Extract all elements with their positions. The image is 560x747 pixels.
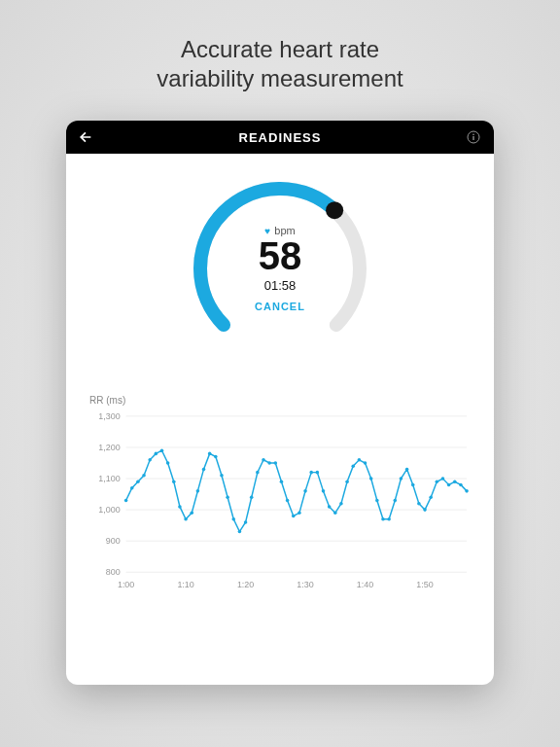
svg-point-25 [130,486,134,490]
svg-point-41 [226,496,229,500]
svg-point-28 [148,458,152,462]
chart-y-axis-label: RR (ms) [89,395,472,406]
svg-point-73 [417,502,421,506]
svg-text:1,300: 1,300 [98,411,120,421]
svg-point-63 [358,458,362,462]
svg-point-44 [244,520,248,524]
app-header: READINESS [66,121,494,154]
svg-point-26 [136,480,140,483]
svg-point-59 [333,512,337,516]
svg-point-47 [262,458,265,462]
svg-point-58 [328,505,332,509]
cancel-button[interactable]: CANCEL [255,301,305,312]
svg-text:1:30: 1:30 [297,580,313,589]
svg-point-33 [178,505,182,509]
page-title: READINESS [239,130,322,145]
svg-point-51 [286,499,290,503]
svg-text:1:20: 1:20 [237,580,254,589]
svg-text:1,200: 1,200 [98,443,120,452]
svg-point-67 [381,517,385,521]
svg-point-46 [256,471,260,475]
svg-point-61 [345,480,349,483]
svg-text:1,000: 1,000 [98,505,120,515]
progress-gauge: ♥ bpm 58 01:58 CANCEL [183,171,377,366]
svg-point-53 [298,512,301,516]
svg-point-35 [190,512,193,516]
bpm-value: 58 [259,234,302,278]
svg-point-31 [166,461,170,465]
svg-point-52 [292,515,296,518]
gauge-center: ♥ bpm 58 01:58 CANCEL [183,171,377,366]
svg-point-42 [231,517,235,521]
svg-point-50 [280,480,284,483]
svg-point-30 [160,448,164,452]
svg-point-81 [465,489,469,493]
promo-line1: Accurate heart rate [181,36,379,62]
svg-point-36 [196,489,200,493]
svg-text:1:00: 1:00 [118,580,134,589]
svg-point-27 [142,474,146,478]
svg-point-77 [441,477,445,480]
svg-point-37 [202,468,206,472]
promo-line2: variability measurement [157,65,402,91]
svg-rect-2 [472,136,473,140]
svg-text:1:10: 1:10 [177,580,193,589]
gauge-area: ♥ bpm 58 01:58 CANCEL [66,154,494,366]
chart-area: RR (ms) 8009001,0001,1001,2001,3001:001:… [66,366,494,685]
promo-title: Accurate heart rate variability measurem… [157,35,402,93]
svg-point-39 [214,455,218,459]
svg-point-78 [447,483,451,487]
back-button[interactable] [78,128,95,146]
svg-point-70 [400,477,403,480]
svg-point-32 [172,480,176,483]
svg-point-55 [309,471,313,475]
svg-point-34 [184,517,188,521]
svg-point-24 [124,499,128,503]
svg-point-69 [393,499,397,503]
svg-text:900: 900 [106,536,121,546]
info-button[interactable] [465,128,482,146]
svg-point-45 [250,496,254,500]
rr-line-chart: 8009001,0001,1001,2001,3001:001:101:201:… [88,409,472,594]
device-frame: READINESS ♥ bpm 58 01:58 CANCEL RR (ms [66,121,494,685]
svg-point-56 [316,471,320,475]
svg-point-80 [459,483,463,487]
svg-point-40 [220,474,224,478]
svg-point-74 [423,508,427,512]
svg-point-71 [405,468,409,472]
svg-point-43 [238,530,242,534]
svg-point-72 [411,483,415,487]
svg-point-76 [436,480,439,483]
svg-point-1 [472,134,474,136]
svg-point-68 [387,517,391,521]
svg-point-29 [155,452,158,456]
svg-point-48 [267,461,271,465]
svg-point-75 [429,496,433,500]
svg-text:1:40: 1:40 [357,580,373,589]
elapsed-timer: 01:58 [264,278,297,293]
svg-text:800: 800 [106,567,121,577]
svg-point-60 [339,502,343,506]
svg-point-79 [453,480,457,483]
svg-point-66 [375,499,379,503]
svg-text:1:50: 1:50 [416,580,433,589]
svg-point-62 [351,464,355,468]
svg-point-64 [364,461,368,465]
svg-point-65 [369,477,373,480]
svg-point-57 [322,489,326,493]
svg-point-38 [208,452,212,456]
svg-point-54 [303,489,307,493]
svg-point-49 [274,461,278,465]
svg-text:1,100: 1,100 [98,474,120,483]
